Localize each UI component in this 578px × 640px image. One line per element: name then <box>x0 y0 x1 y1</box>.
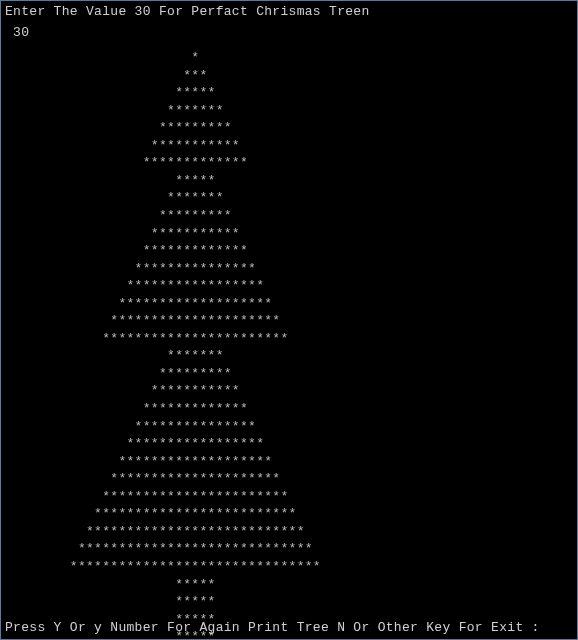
tree-line: *********** <box>5 225 573 243</box>
tree-line: ******************* <box>5 453 573 471</box>
tree-line: *************************** <box>5 523 573 541</box>
prompt-text: Enter The Value 30 For Perfact Chrismas … <box>5 3 573 21</box>
ascii-tree-output: * *** ***** ******* ********* **********… <box>5 49 573 640</box>
tree-line: ************************* <box>5 505 573 523</box>
tree-line: ********* <box>5 365 573 383</box>
tree-line: ********* <box>5 119 573 137</box>
tree-line: *************** <box>5 260 573 278</box>
tree-line: ************* <box>5 154 573 172</box>
tree-line: ***** <box>5 172 573 190</box>
tree-line: *********** <box>5 382 573 400</box>
tree-line: ***** <box>5 576 573 594</box>
tree-line: ********************* <box>5 470 573 488</box>
tree-line: ******************************* <box>5 558 573 576</box>
tree-line: *********************** <box>5 488 573 506</box>
tree-line: ************* <box>5 242 573 260</box>
tree-line: ************* <box>5 400 573 418</box>
tree-line: ***************** <box>5 277 573 295</box>
tree-line: *********************** <box>5 330 573 348</box>
tree-line: ******* <box>5 102 573 120</box>
tree-line: ******* <box>5 189 573 207</box>
tree-line: ********* <box>5 207 573 225</box>
tree-line: ******* <box>5 347 573 365</box>
tree-line: * <box>5 49 573 67</box>
tree-line: ***** <box>5 593 573 611</box>
tree-line: ***** <box>5 84 573 102</box>
tree-line: *** <box>5 67 573 85</box>
tree-line: *********** <box>5 137 573 155</box>
tree-line: *************** <box>5 418 573 436</box>
tree-line: ***************************** <box>5 540 573 558</box>
continue-prompt[interactable]: Press Y Or y Number For Again Print Tree… <box>5 619 540 637</box>
tree-line: ********************* <box>5 312 573 330</box>
tree-line: ******************* <box>5 295 573 313</box>
tree-line: ***************** <box>5 435 573 453</box>
input-value: 30 <box>5 24 573 42</box>
